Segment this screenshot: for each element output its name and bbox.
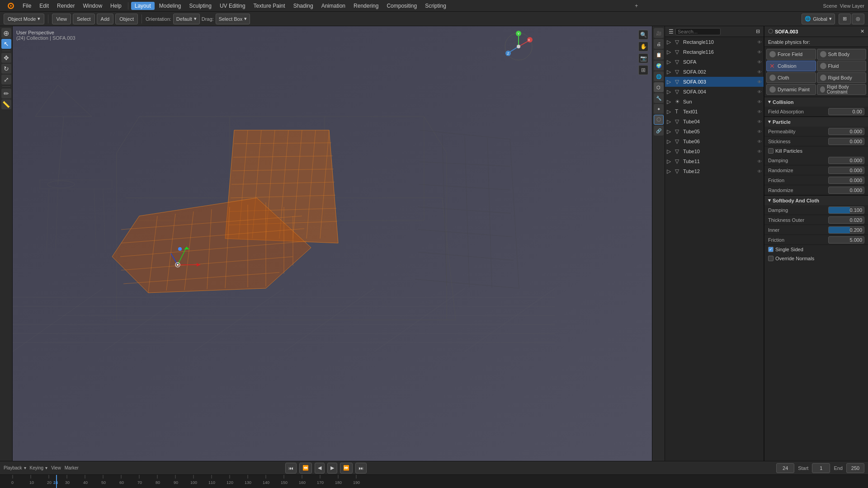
help-menu[interactable]: Help [107,2,125,10]
workspace-texture-paint[interactable]: Texture Paint [250,2,289,10]
stickiness-input[interactable] [828,138,864,145]
jump-to-end-button[interactable]: ⏭ [355,463,367,474]
randomize-input-1[interactable] [828,167,864,174]
view-button[interactable]: View [52,14,71,24]
start-frame-input[interactable] [812,463,830,473]
grid-button[interactable]: ⊞ [638,65,648,75]
window-menu[interactable]: Window [79,2,106,10]
field-absorption-input[interactable] [828,108,864,115]
filter-icon[interactable]: ⊟ [756,28,760,34]
workspace-scripting[interactable]: Scripting [421,2,450,10]
close-icon[interactable]: ✕ [860,28,864,34]
workspace-rendering[interactable]: Rendering [350,2,382,10]
visibility-icon[interactable]: 👁 [757,109,762,114]
kill-particles-checkbox[interactable] [768,148,774,154]
single-sided-checkbox[interactable]: ✓ [768,247,774,252]
scale-tool[interactable]: ⤢ [1,75,11,84]
play-button[interactable]: ▶ [327,463,337,474]
visibility-icon[interactable]: 👁 [757,89,762,94]
visibility-icon[interactable]: 👁 [757,80,762,84]
view-layer-props-icon[interactable]: 📋 [654,50,664,60]
modifier-props-icon[interactable]: 🔧 [654,93,664,103]
outliner-item-rectangle116[interactable]: ▷ ▽ Rectangle116 👁 [665,47,764,57]
orientation-dropdown[interactable]: Default ▾ [173,14,200,24]
collision-section-header[interactable]: ▾ Collision [764,97,868,107]
prev-frame-button[interactable]: ⏪ [299,463,312,474]
visibility-icon[interactable]: 👁 [757,60,762,65]
permeability-input[interactable] [828,128,864,135]
outliner-item-tube10[interactable]: ▷ ▽ Tube10 👁 [665,146,764,156]
particles-props-icon[interactable]: ✦ [654,104,664,114]
friction-input[interactable] [828,177,864,184]
output-props-icon[interactable]: 🖨 [654,39,664,49]
randomize-input-2[interactable] [828,187,864,194]
magnify-button[interactable]: 🔍 [638,30,648,40]
annotate-tool[interactable]: ✏ [1,89,11,99]
outliner-item-sofa003[interactable]: ▷ ▽ SOFA.003 👁 [665,77,764,87]
object-button[interactable]: Object [115,14,138,24]
visibility-icon[interactable]: 👁 [757,70,762,75]
outliner-search-input[interactable] [675,28,721,35]
softbody-section-header[interactable]: ▾ Softbody And Cloth [764,195,868,205]
workspace-shading[interactable]: Shading [290,2,317,10]
move-tool[interactable]: ✥ [1,53,11,63]
visibility-icon[interactable]: 👁 [757,129,762,134]
render-menu[interactable]: Render [53,2,78,10]
workspace-modeling[interactable]: Modeling [156,2,185,10]
outliner-item-tube12[interactable]: ▷ ▽ Tube12 👁 [665,166,764,176]
outliner-item-text01[interactable]: ▷ T Text01 👁 [665,107,764,117]
visibility-icon[interactable]: 👁 [757,149,762,154]
timeline-bar[interactable]: 0 10 20 30 40 50 60 70 80 90 1 [0,475,868,488]
add-workspace-button[interactable]: + [632,2,641,10]
object-mode-button[interactable]: Object Mode ▾ [4,14,44,24]
outliner-item-tube06[interactable]: ▷ ▽ Tube06 👁 [665,136,764,146]
fluid-button[interactable]: Fluid [817,61,867,71]
sb-damping-input[interactable] [828,206,864,214]
play-reverse-button[interactable]: ◀ [315,463,325,474]
workspace-layout[interactable]: Layout [131,2,155,10]
workspace-uv-editing[interactable]: UV Editing [216,2,249,10]
rigid-body-constraint-button[interactable]: Rigid Body Constraint [817,84,867,95]
visibility-icon[interactable]: 👁 [757,99,762,104]
camera-button[interactable]: 📷 [638,53,648,63]
object-props-icon[interactable]: ⬡ [654,82,664,92]
inner-input[interactable] [828,226,864,234]
thickness-outer-input[interactable] [828,216,864,224]
outliner-item-tube11[interactable]: ▷ ▽ Tube11 👁 [665,156,764,166]
select-tool[interactable]: ↖ [1,39,11,49]
sb-friction-input[interactable] [828,236,864,244]
current-frame-input[interactable] [776,463,794,473]
override-normals-checkbox[interactable] [768,256,774,261]
cursor-tool[interactable]: ⊕ [1,28,11,38]
outliner-item-tube05[interactable]: ▷ ▽ Tube05 👁 [665,127,764,136]
outliner-item-sofa004[interactable]: ▷ ▽ SOFA.004 👁 [665,87,764,97]
transform-dropdown[interactable]: 🌐 Global ▾ [802,14,835,24]
force-field-button[interactable]: Force Field [766,49,816,60]
visibility-icon[interactable]: 👁 [757,119,762,124]
visibility-icon[interactable]: 👁 [757,50,762,55]
workspace-compositing[interactable]: Compositing [383,2,420,10]
visibility-icon[interactable]: 👁 [757,139,762,144]
select-button[interactable]: Select [73,14,95,24]
soft-body-button[interactable]: Soft Body [817,49,867,60]
workspace-animation[interactable]: Animation [318,2,349,10]
physics-props-icon[interactable]: 〇 [654,115,664,125]
viewport[interactable]: User Perspective (24) Collection | SOFA.… [13,26,652,461]
proportional-edit-button[interactable]: ◎ [852,14,864,24]
file-menu[interactable]: File [19,2,35,10]
outliner-item-tube04[interactable]: ▷ ▽ Tube04 👁 [665,117,764,127]
visibility-icon[interactable]: 👁 [757,169,762,174]
snap-button[interactable]: ⊞ [839,14,851,24]
workspace-sculpting[interactable]: Sculpting [186,2,215,10]
damping-input[interactable] [828,157,864,164]
rotate-tool[interactable]: ↻ [1,64,11,74]
outliner-item-rectangle110[interactable]: ▷ ▽ Rectangle110 👁 [665,37,764,47]
visibility-icon[interactable]: 👁 [757,159,762,164]
measure-tool[interactable]: 📏 [1,99,11,109]
outliner-item-sofa[interactable]: ▷ ▽ SOFA 👁 [665,57,764,67]
particle-section-header[interactable]: ▾ Particle [764,117,868,127]
visibility-icon[interactable]: 👁 [757,40,762,45]
end-frame-input[interactable] [846,463,864,473]
outliner-item-sofa002[interactable]: ▷ ▽ SOFA.002 👁 [665,67,764,77]
scene-props-icon[interactable]: 🌍 [654,61,664,70]
